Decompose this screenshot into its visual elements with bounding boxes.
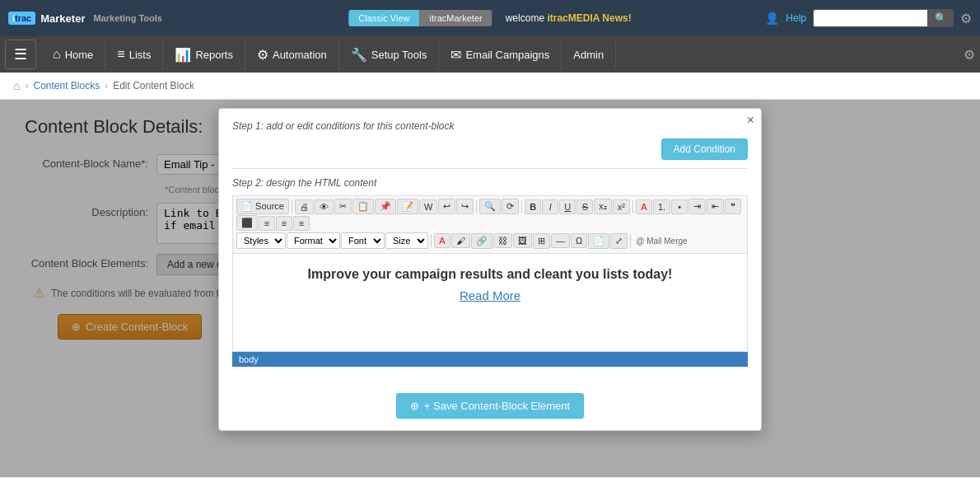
preview-button[interactable]: 👁: [315, 199, 334, 214]
nav-setup-tools[interactable]: 🔧 Setup Tools: [339, 40, 440, 69]
nav-automation[interactable]: ⚙ Automation: [245, 40, 339, 69]
find-button[interactable]: 🔍: [479, 199, 501, 214]
top-right-area: 👤 Help 🔍 ⚙: [765, 9, 972, 27]
step1-label: Step 1: add or edit conditions for this …: [232, 120, 748, 132]
source-button[interactable]: 📄 Source: [236, 199, 289, 214]
editor-toolbar: 📄 Source 🖨 👁 ✂ 📋 📌 📝 W ↩ ↪: [232, 195, 748, 253]
modal-body: Step 1: add or edit conditions for this …: [219, 109, 761, 378]
logo-icon: itrac: [8, 12, 35, 25]
home-icon: ⌂: [53, 47, 61, 62]
nav-home[interactable]: ⌂ Home: [41, 40, 105, 68]
toolbar-sep-3: [521, 200, 522, 213]
logo-marketing-tools: Marketing Tools: [93, 13, 162, 23]
align-right-button[interactable]: ≡: [276, 216, 292, 231]
nav-email-campaigns-label: Email Campaigns: [465, 49, 549, 61]
save-content-block-button[interactable]: ⊕ + Save Content-Block Element: [396, 393, 584, 419]
italic-button[interactable]: I: [542, 199, 558, 214]
special-char-button[interactable]: Ω: [571, 233, 587, 248]
align-left-button[interactable]: ⬛: [236, 215, 258, 231]
unordered-list-button[interactable]: •: [671, 199, 688, 214]
align-center-button[interactable]: ≡: [259, 216, 275, 231]
nav-settings-icon[interactable]: ⚙: [964, 47, 975, 63]
font-color-button[interactable]: A: [434, 233, 450, 248]
classic-view-button[interactable]: Classic View: [348, 10, 419, 26]
welcome-user: itracMEDIA News!: [547, 12, 631, 24]
modal-close-button[interactable]: ×: [747, 114, 754, 127]
email-icon: ✉: [450, 47, 461, 63]
unlink-button[interactable]: ⛓: [493, 233, 512, 248]
top-bar: itrac Marketer Marketing Tools Classic V…: [0, 0, 980, 36]
toolbar-sep-4: [632, 200, 633, 213]
size-select[interactable]: Size: [385, 232, 428, 249]
editor-content-area[interactable]: Improve your campaign results and cleant…: [232, 253, 748, 352]
strikethrough-button[interactable]: S: [576, 199, 593, 214]
format-select[interactable]: Format: [287, 232, 340, 249]
replace-button[interactable]: ⟳: [502, 199, 519, 214]
nav-setup-tools-label: Setup Tools: [371, 49, 427, 61]
nav-admin[interactable]: Admin: [562, 42, 616, 68]
modal-divider: [232, 168, 748, 169]
paste-button[interactable]: 📌: [375, 199, 396, 214]
breadcrumb-content-blocks[interactable]: Content Blocks: [33, 80, 100, 91]
outdent-button[interactable]: ⇤: [707, 199, 724, 214]
mail-merge-label: @ Mail Merge: [633, 237, 689, 246]
undo-button[interactable]: ↩: [438, 199, 455, 214]
add-condition-button[interactable]: Add Condition: [661, 138, 748, 160]
maximize-button[interactable]: ⤢: [610, 233, 628, 249]
toolbar-sep-5: [431, 234, 432, 247]
styles-select[interactable]: Styles: [236, 232, 286, 249]
text-color-button[interactable]: A: [636, 199, 652, 214]
paste-word-button[interactable]: W: [419, 199, 437, 214]
save-btn-label: + Save Content-Block Element: [424, 400, 570, 412]
editor-read-more-link[interactable]: Read More: [460, 288, 520, 302]
view-switcher: Classic View itracMarketer welcome itrac…: [348, 10, 631, 26]
subscript-button[interactable]: x₂: [594, 199, 612, 214]
print-button[interactable]: 🖨: [295, 199, 314, 214]
copy-button[interactable]: 📋: [352, 199, 374, 214]
top-settings-icon[interactable]: ⚙: [960, 11, 972, 26]
logo-area: itrac Marketer Marketing Tools: [8, 12, 162, 25]
nav-lists-label: Lists: [129, 49, 152, 61]
welcome-text: welcome itracMEDIA News!: [506, 12, 632, 24]
hamburger-menu[interactable]: ☰: [5, 40, 36, 69]
nav-reports[interactable]: 📊 Reports: [163, 40, 245, 69]
toolbar-sep-2: [476, 200, 477, 213]
automation-icon: ⚙: [257, 47, 268, 63]
editor-statusbar: body: [232, 352, 748, 367]
nav-admin-label: Admin: [573, 49, 604, 61]
search-input[interactable]: [813, 9, 928, 27]
bold-button[interactable]: B: [525, 199, 541, 214]
toolbar-row-1: 📄 Source 🖨 👁 ✂ 📋 📌 📝 W ↩ ↪: [236, 199, 744, 231]
paste-text-button[interactable]: 📝: [397, 199, 418, 214]
source-icon: 📄: [241, 201, 253, 211]
ordered-list-button[interactable]: 1.: [653, 199, 670, 214]
breadcrumb-current: Edit Content Block: [113, 80, 194, 91]
nav-lists[interactable]: ≡ Lists: [105, 40, 163, 68]
breadcrumb-home-icon[interactable]: ⌂: [13, 79, 20, 92]
search-button[interactable]: 🔍: [928, 9, 954, 27]
template-button[interactable]: 📄: [588, 233, 609, 249]
help-link[interactable]: Help: [786, 12, 806, 24]
redo-button[interactable]: ↪: [456, 199, 474, 214]
font-select[interactable]: Font: [341, 232, 385, 249]
editor-main-text: Improve your campaign results and cleant…: [246, 267, 734, 282]
user-icon: 👤: [765, 12, 779, 25]
logo-marketer: Marketer: [40, 12, 85, 25]
blockquote-button[interactable]: ❝: [725, 199, 741, 214]
indent-button[interactable]: ⇥: [688, 199, 706, 214]
superscript-button[interactable]: x²: [613, 199, 630, 214]
itrac-button[interactable]: itracMarketer: [420, 10, 492, 26]
link-button[interactable]: 🔗: [471, 233, 492, 249]
nav-home-label: Home: [65, 49, 94, 61]
hr-button[interactable]: —: [551, 233, 570, 248]
image-button[interactable]: 🖼: [513, 233, 532, 248]
save-btn-icon: ⊕: [410, 400, 419, 412]
align-justify-button[interactable]: ≡: [293, 216, 310, 231]
table-button[interactable]: ⊞: [533, 233, 550, 249]
nav-email-campaigns[interactable]: ✉ Email Campaigns: [439, 40, 562, 69]
nav-automation-label: Automation: [273, 49, 327, 61]
breadcrumb: ⌂ › Content Blocks › Edit Content Block: [0, 73, 980, 100]
cut-button[interactable]: ✂: [334, 199, 352, 214]
underline-button[interactable]: U: [559, 199, 576, 214]
bg-color-button[interactable]: 🖌: [451, 233, 470, 248]
